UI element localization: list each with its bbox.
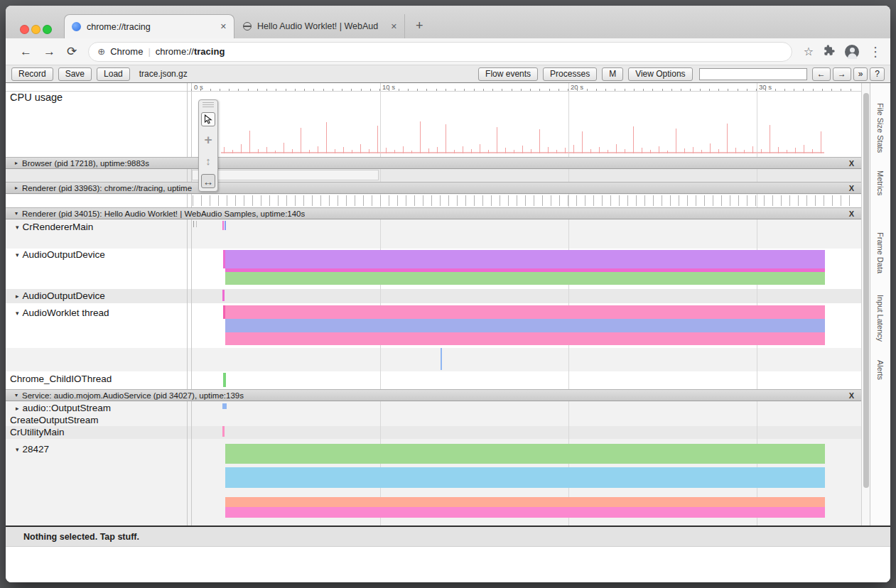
sidebar-tab-file-size-stats[interactable]: File Size Stats	[876, 103, 885, 153]
load-button[interactable]: Load	[97, 67, 130, 81]
back-button[interactable]: ←	[20, 45, 32, 59]
sidebar-tab-metrics[interactable]: Metrics	[876, 170, 885, 195]
expand-arrow-icon[interactable]: ▾	[15, 392, 18, 398]
selection-tool-button[interactable]	[201, 112, 215, 126]
scrollbar-thumb[interactable]	[863, 93, 869, 488]
thread-label[interactable]: ▸AudioOutputDevice	[16, 290, 105, 301]
address-bar[interactable]: ⊕ Chrome | chrome://tracing	[88, 42, 792, 62]
tab-tracing[interactable]: chrome://tracing ✕	[64, 14, 234, 38]
trace-slice[interactable]	[225, 319, 825, 332]
ruler-tick	[210, 89, 211, 91]
track-band	[6, 426, 861, 439]
process-header[interactable]: ▾Renderer (pid 34015): Hello Audio Workl…	[6, 207, 861, 219]
trace-event-mark[interactable]	[222, 290, 225, 301]
expand-arrow-icon[interactable]: ▾	[16, 224, 19, 231]
cpu-spike	[232, 150, 233, 153]
expand-arrow-icon[interactable]: ▾	[16, 310, 19, 317]
url-scheme: chrome://	[156, 46, 194, 57]
sidebar-tab-input-latency[interactable]: Input Latency	[876, 295, 885, 342]
find-previous-button[interactable]: ←	[812, 67, 831, 81]
ruler-tick	[530, 89, 531, 91]
expand-arrow-icon[interactable]: ▾	[16, 251, 19, 258]
cpu-spike	[309, 150, 310, 153]
ruler-tick	[455, 89, 455, 91]
processes-button[interactable]: Processes	[543, 67, 597, 81]
cpu-spike	[258, 149, 259, 153]
trace-slice[interactable]	[225, 305, 825, 319]
trace-slice[interactable]	[225, 444, 825, 464]
cpu-spike	[411, 151, 412, 153]
sidebar-tab-alerts[interactable]: Alerts	[876, 360, 885, 380]
bookmark-star-icon[interactable]: ☆	[804, 45, 814, 58]
expand-arrow-icon[interactable]: ▾	[15, 210, 18, 217]
find-next-button[interactable]: →	[833, 67, 851, 81]
record-button[interactable]: Record	[11, 67, 53, 81]
thread-label[interactable]: ▾CrRendererMain	[16, 222, 93, 232]
process-header[interactable]: ▾Service: audio.mojom.AudioService (pid …	[6, 389, 861, 401]
view-options-button[interactable]: View Options	[628, 67, 692, 81]
minimize-window-button[interactable]	[31, 25, 41, 34]
trace-event-mark[interactable]	[223, 373, 226, 387]
ruler-tick	[276, 89, 276, 91]
profile-avatar[interactable]	[845, 45, 859, 59]
close-track-button[interactable]: X	[849, 209, 855, 218]
trace-event-mark[interactable]	[193, 221, 194, 227]
cpu-spike	[616, 144, 617, 153]
trace-slice[interactable]	[225, 272, 825, 285]
expand-arrow-icon[interactable]: ▸	[15, 160, 18, 166]
ruler-tick	[643, 89, 644, 91]
search-input[interactable]	[699, 68, 807, 80]
trace-event-mark[interactable]	[222, 403, 227, 409]
trace-event-mark[interactable]	[223, 250, 225, 268]
expand-arrow-icon[interactable]: ▾	[16, 446, 19, 453]
thread-label[interactable]: ▸audio::OutputStream	[16, 403, 111, 413]
trace-event-mark[interactable]	[225, 221, 226, 230]
trace-event-mark[interactable]	[196, 221, 197, 227]
forward-button[interactable]: →	[43, 45, 55, 59]
tab-audio-worklet[interactable]: Hello Audio Worklet! | WebAud ✕	[236, 14, 405, 38]
palette-drag-handle[interactable]	[203, 102, 214, 108]
expand-arrow-icon[interactable]: ▸	[16, 293, 19, 300]
process-header[interactable]: ▸Browser (pid 17218), uptime:9883sX	[6, 157, 861, 169]
flow-events-button[interactable]: Flow events	[478, 67, 538, 81]
zoom-tool-button[interactable]: ↕	[201, 153, 215, 168]
thread-label[interactable]: ▾28427	[16, 444, 49, 454]
trace-slice[interactable]	[225, 467, 825, 488]
expand-arrow-icon[interactable]: ▸	[15, 185, 18, 191]
zoom-window-button[interactable]	[43, 25, 52, 34]
trace-slice[interactable]	[225, 497, 825, 507]
trace-event-mark[interactable]	[223, 305, 225, 319]
trace-event-mark[interactable]	[222, 221, 224, 230]
pan-tool-button[interactable]: +	[201, 133, 215, 147]
close-track-button[interactable]: X	[849, 184, 855, 192]
trace-slice[interactable]	[225, 507, 825, 518]
ruler-tick	[587, 89, 588, 91]
close-track-button[interactable]: X	[849, 391, 855, 400]
close-window-button[interactable]	[20, 25, 29, 34]
extensions-puzzle-icon[interactable]	[824, 45, 835, 59]
thread-label[interactable]: ▾AudioOutputDevice	[16, 249, 105, 260]
site-info-icon[interactable]: ⊕	[97, 46, 105, 57]
close-tab-icon[interactable]: ✕	[391, 22, 397, 31]
sidebar-tab-frame-data[interactable]: Frame Data	[876, 232, 885, 273]
thread-label[interactable]: ▾AudioWorklet thread	[16, 307, 109, 318]
trace-event-mark[interactable]	[441, 348, 442, 370]
trace-slice[interactable]	[225, 332, 825, 345]
help-button[interactable]: ?	[870, 67, 885, 81]
close-tab-icon[interactable]: ✕	[220, 22, 227, 31]
trace-tick	[338, 195, 338, 206]
menu-dots-icon[interactable]: ⋮	[869, 44, 882, 60]
timing-tool-button[interactable]: ↔	[201, 174, 215, 188]
trace-slice[interactable]	[225, 250, 825, 268]
save-button[interactable]: Save	[58, 67, 92, 81]
new-tab-button[interactable]: +	[416, 18, 423, 33]
process-header[interactable]: ▸Renderer (pid 33963): chrome://tracing,…	[6, 182, 861, 194]
vertical-scrollbar[interactable]	[861, 83, 870, 526]
reload-button[interactable]: ⟳	[67, 44, 77, 59]
trace-tick	[841, 195, 841, 206]
expand-arrow-icon[interactable]: ▸	[16, 405, 19, 412]
close-track-button[interactable]: X	[849, 159, 855, 168]
trace-event-mark[interactable]	[222, 426, 225, 437]
metrics-button[interactable]: M	[602, 67, 623, 81]
more-button[interactable]: »	[853, 67, 868, 81]
